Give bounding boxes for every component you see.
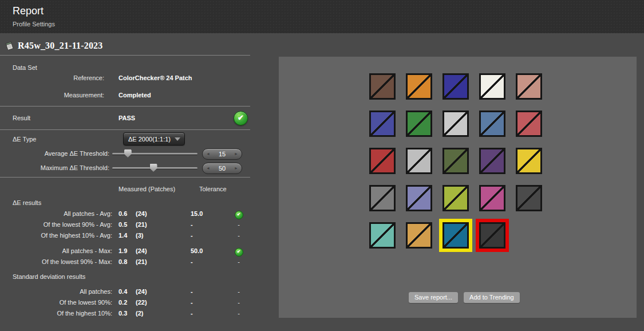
color-patch-highlighted[interactable] <box>442 222 469 249</box>
status-dash: - <box>238 221 240 228</box>
avg-threshold-spinner[interactable]: ◄ 15 ► <box>202 148 242 160</box>
color-patch[interactable] <box>406 222 432 249</box>
spinner-right-arrow-icon[interactable]: ► <box>231 164 242 173</box>
result-pass-icon: ✔ <box>234 111 248 125</box>
measured-value: 0.6 <box>118 208 127 219</box>
slider-handle[interactable] <box>124 149 132 157</box>
color-patch-highlighted[interactable] <box>479 222 505 249</box>
patch-count: (24) <box>136 286 147 297</box>
de-type-label: ΔE Type <box>13 136 36 143</box>
save-report-button[interactable]: Save report... <box>409 292 458 303</box>
de-type-dropdown[interactable]: ΔE 2000(1:1:1) <box>123 132 185 145</box>
row-label: Of the highest 10%: <box>0 308 112 319</box>
color-patch[interactable] <box>369 148 396 174</box>
color-patch[interactable] <box>406 111 432 137</box>
results-row: Of the lowest 90% - Max:0.8(21)-- <box>0 257 250 267</box>
data-set-section-label: Data Set <box>13 64 37 71</box>
color-patch[interactable] <box>369 111 396 137</box>
avg-threshold-value: 15 <box>214 151 231 157</box>
color-patch[interactable] <box>479 73 505 100</box>
slider-handle[interactable] <box>150 164 157 172</box>
add-to-trending-button[interactable]: Add to Trending <box>464 292 520 303</box>
results-section-title: Standard deviation results <box>0 271 250 282</box>
spinner-left-arrow-icon[interactable]: ◄ <box>203 149 214 159</box>
color-patch[interactable] <box>516 111 542 137</box>
patch-count: (3) <box>136 230 143 241</box>
max-threshold-label: Maximum ΔE Threshold: <box>0 164 109 171</box>
chevron-down-icon <box>175 137 180 141</box>
color-patch[interactable] <box>369 73 396 100</box>
pass-check-icon: ✔ <box>235 211 243 219</box>
max-threshold-value: 50 <box>214 165 231 172</box>
patch-count: (21) <box>136 219 147 230</box>
patch-count: (21) <box>136 257 147 267</box>
results-row: Of the highest 10%:0.3(2)-- <box>0 308 250 319</box>
header-bar: Report Profile Settings <box>0 0 644 33</box>
tolerance-value: - <box>191 297 193 308</box>
max-threshold-spinner[interactable]: ◄ 50 ► <box>202 163 242 174</box>
avg-threshold-slider[interactable] <box>112 149 197 158</box>
column-header-tolerance: Tolerance <box>199 186 227 192</box>
results-row: Of the lowest 90% - Avg:0.5(21)-- <box>0 219 250 230</box>
row-label: Of the highest 10% - Avg: <box>0 230 112 241</box>
color-patch[interactable] <box>369 185 396 211</box>
row-status: - <box>234 219 244 230</box>
color-patch[interactable] <box>406 73 432 100</box>
results-row: Of the highest 10% - Avg:1.4(3)-- <box>0 230 250 241</box>
color-patch[interactable] <box>406 148 432 174</box>
measured-value: 0.2 <box>118 297 127 308</box>
row-label: All patches: <box>0 286 112 297</box>
color-patch[interactable] <box>442 111 469 137</box>
column-header-measured: Measured (Patches) <box>118 186 175 192</box>
avg-threshold-label: Average ΔE Threshold: <box>0 150 109 157</box>
row-status: - <box>234 308 244 319</box>
de-type-selected: ΔE 2000(1:1:1) <box>124 136 175 143</box>
results-section-title: ΔE results <box>0 198 250 208</box>
measured-value: 0.4 <box>118 286 127 297</box>
color-patch[interactable] <box>369 222 396 249</box>
color-patch[interactable] <box>479 111 505 137</box>
divider <box>0 106 250 107</box>
divider <box>0 55 250 56</box>
reference-value: ColorChecker® 24 Patch <box>118 74 192 81</box>
tolerance-value: - <box>191 308 193 319</box>
measured-value: 0.3 <box>118 308 127 319</box>
color-patch[interactable] <box>442 73 469 100</box>
report-window: Report Profile Settings R45w_30_21-11-20… <box>0 0 644 331</box>
color-patch[interactable] <box>479 185 505 211</box>
row-label: Of the lowest 90%: <box>0 297 112 308</box>
patch-count: (22) <box>136 297 147 308</box>
status-dash: - <box>238 258 240 265</box>
spinner-left-arrow-icon[interactable]: ◄ <box>203 164 214 173</box>
row-status: ✔ <box>234 208 244 219</box>
patch-count: (24) <box>136 208 147 219</box>
color-patch[interactable] <box>516 148 542 174</box>
tolerance-value: 50.0 <box>191 246 203 257</box>
color-patch[interactable] <box>442 148 469 174</box>
reference-label: Reference: <box>0 74 104 81</box>
results-row: All patches:0.4(24)-- <box>0 286 250 297</box>
color-patch[interactable] <box>479 148 505 174</box>
page-subtitle: Profile Settings <box>13 21 55 27</box>
color-patch[interactable] <box>516 185 542 211</box>
color-patch[interactable] <box>516 73 542 100</box>
tolerance-value: - <box>191 257 193 267</box>
measured-value: 1.9 <box>118 246 127 257</box>
page-title: Report <box>13 5 44 17</box>
status-dash: - <box>238 310 240 317</box>
color-patch[interactable] <box>442 185 469 211</box>
row-label: All patches - Max: <box>0 246 112 257</box>
patch-count: (2) <box>136 308 143 319</box>
patch-panel: Save report... Add to Trending <box>279 57 637 318</box>
measured-value: 1.4 <box>118 230 127 241</box>
row-status: - <box>234 230 244 241</box>
results-table-body: ΔE resultsAll patches - Avg:0.6(24)15.0✔… <box>0 198 250 319</box>
max-threshold-slider[interactable] <box>112 164 197 172</box>
tolerance-value: - <box>191 286 193 297</box>
measured-value: 0.8 <box>118 257 127 267</box>
color-patch[interactable] <box>406 185 432 211</box>
row-status: - <box>234 286 244 297</box>
status-dash: - <box>238 299 240 306</box>
row-status: ✔ <box>234 246 244 257</box>
spinner-right-arrow-icon[interactable]: ► <box>231 149 242 159</box>
